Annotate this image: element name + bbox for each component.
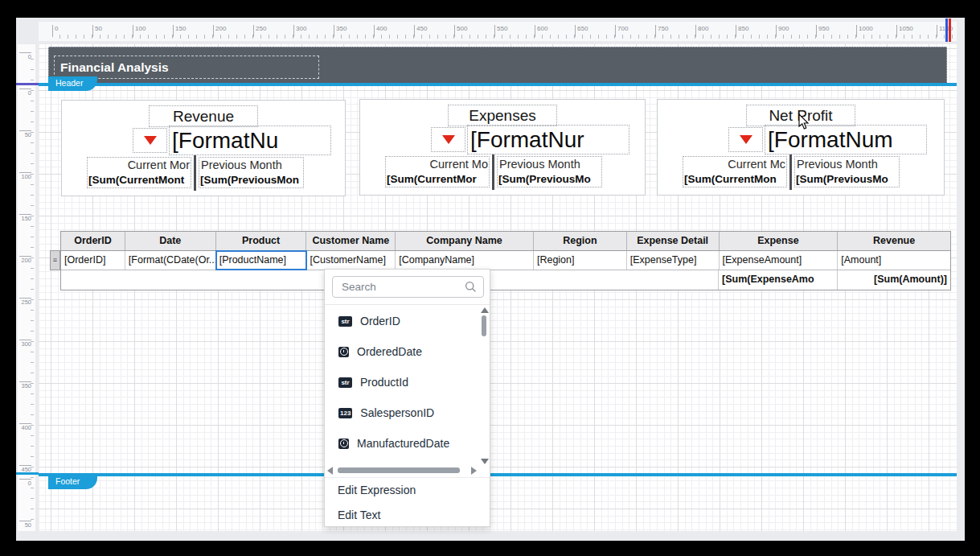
dropdown-divider bbox=[325, 304, 490, 305]
table-cell-expense-sum[interactable]: [Sum(ExpenseAmo bbox=[719, 270, 838, 290]
header-section-tab[interactable]: Header bbox=[48, 76, 97, 91]
table-cell-revenue-sum[interactable]: [Sum(Amount)] bbox=[838, 270, 950, 290]
column-header[interactable]: Revenue bbox=[838, 232, 950, 250]
kpi-panel-revenue[interactable]: Revenue [FormatNu Current Mor [Sum(Curre… bbox=[61, 100, 346, 196]
ruler-label: 850 bbox=[736, 25, 748, 37]
string-type-icon: str bbox=[338, 316, 352, 327]
page-header-band[interactable]: Financial Analysis bbox=[48, 47, 947, 84]
horizontal-scroll-thumb[interactable] bbox=[338, 467, 460, 473]
previous-month-label: Previous Month bbox=[199, 158, 303, 173]
string-type-icon: str bbox=[338, 377, 352, 388]
down-arrow-icon bbox=[740, 135, 752, 144]
ruler-label: 400 bbox=[374, 25, 387, 37]
kpi-current-month-box[interactable]: Current Mc [Sum(CurrentMon bbox=[683, 156, 787, 187]
field-label: OrderID bbox=[360, 315, 400, 327]
kpi-panel-expenses[interactable]: Expenses [FormatNur Current Mo [Sum(Curr… bbox=[359, 99, 646, 196]
datetime-type-icon bbox=[338, 439, 349, 449]
ruler-label: 800 bbox=[695, 25, 708, 37]
search-input[interactable] bbox=[332, 276, 484, 298]
ruler-page-width-marker-red bbox=[949, 19, 951, 42]
ruler-label: 1000 bbox=[856, 25, 873, 37]
horizontal-scrollbar[interactable] bbox=[327, 465, 483, 476]
ruler-label: 550 bbox=[494, 25, 507, 37]
field-picker-dropdown: str OrderID OrderedDate str ProductId 12… bbox=[324, 269, 490, 527]
kpi-title-textbox[interactable]: Revenue bbox=[149, 105, 258, 127]
scroll-right-icon[interactable] bbox=[471, 467, 477, 475]
scroll-down-icon[interactable] bbox=[481, 459, 489, 464]
column-header[interactable]: Company Name bbox=[396, 232, 534, 250]
report-title-textbox[interactable]: Financial Analysis bbox=[54, 56, 319, 79]
current-month-value: [Sum(CurrentMor bbox=[386, 172, 489, 187]
table-cell[interactable]: [OrderID] bbox=[61, 251, 125, 270]
table-summary-row: [Sum(ExpenseAmo [Sum(Amount)] bbox=[61, 270, 950, 290]
down-arrow-icon bbox=[442, 135, 455, 144]
field-item-productid[interactable]: str ProductId bbox=[325, 367, 490, 397]
previous-month-value: [Sum(PreviousMo bbox=[795, 172, 899, 187]
field-item-salespersonid[interactable]: 123 SalespersonID bbox=[325, 397, 490, 428]
table-cell-selected[interactable]: [ProductName] bbox=[216, 251, 307, 270]
menu-item-edit-text[interactable]: Edit Text bbox=[325, 503, 490, 528]
column-header[interactable]: Product bbox=[216, 232, 307, 250]
field-item-ordereddate[interactable]: OrderedDate bbox=[325, 336, 490, 367]
current-month-value: [Sum(CurrentMont bbox=[88, 173, 191, 187]
table-cell[interactable]: [Amount] bbox=[838, 251, 950, 270]
scroll-up-icon[interactable] bbox=[481, 307, 489, 313]
column-header[interactable]: Expense bbox=[720, 232, 839, 250]
column-header[interactable]: OrderID bbox=[61, 232, 125, 250]
column-header[interactable]: Customer Name bbox=[306, 232, 396, 250]
vertical-ruler-footer-segment: 050 bbox=[18, 44, 35, 531]
kpi-value-textbox[interactable]: [FormatNu bbox=[169, 126, 331, 155]
menu-item-edit-expression[interactable]: Edit Expression bbox=[325, 478, 490, 503]
ruler-label: 250 bbox=[253, 25, 266, 37]
search-box bbox=[332, 276, 484, 298]
ruler-footer-boundary-marker bbox=[16, 472, 39, 475]
kpi-previous-month-box[interactable]: Previous Month [Sum(PreviousMo bbox=[794, 156, 900, 187]
kpi-title-textbox[interactable]: Expenses bbox=[448, 105, 557, 126]
mouse-cursor bbox=[798, 113, 810, 130]
kpi-divider bbox=[789, 154, 792, 190]
column-header[interactable]: Expense Detail bbox=[627, 232, 720, 250]
report-designer-window: 0501001502002503003504004505005506006507… bbox=[0, 0, 980, 556]
ruler-label: 650 bbox=[575, 25, 588, 37]
table-row-handle[interactable]: ≡ bbox=[50, 250, 60, 270]
field-label: ManufacturedDate bbox=[357, 437, 449, 450]
kpi-previous-month-box[interactable]: Previous Month [Sum(PreviousMon bbox=[199, 157, 304, 188]
kpi-previous-month-box[interactable]: Previous Month [Sum(PreviousMo bbox=[497, 156, 602, 187]
ruler-label: 0 bbox=[19, 479, 31, 486]
field-label: SalespersonID bbox=[360, 406, 434, 419]
scroll-left-icon[interactable] bbox=[327, 467, 333, 475]
table-cell[interactable]: [ExpenseAmount] bbox=[720, 251, 839, 270]
data-table[interactable]: OrderID Date Product Customer Name Compa… bbox=[60, 231, 951, 290]
field-item-orderid[interactable]: str OrderID bbox=[325, 306, 490, 336]
column-header[interactable]: Region bbox=[534, 232, 627, 250]
vertical-scrollbar[interactable] bbox=[480, 307, 488, 464]
table-cell[interactable]: [ExpenseType] bbox=[627, 251, 720, 270]
ruler-label: 700 bbox=[615, 25, 628, 37]
ruler-header-boundary-marker bbox=[16, 83, 39, 85]
ruler-label: 50 bbox=[19, 521, 31, 528]
ruler-label: 150 bbox=[173, 25, 186, 37]
table-cell[interactable]: [CustomerName] bbox=[306, 251, 396, 270]
kpi-current-month-box[interactable]: Current Mor [Sum(CurrentMont bbox=[87, 157, 191, 188]
column-header[interactable]: Date bbox=[125, 232, 216, 250]
table-cell[interactable]: [Format(CDate(Or...] bbox=[125, 251, 216, 270]
dropdown-menu: Edit Expression Edit Text bbox=[325, 478, 490, 528]
footer-section-divider bbox=[39, 473, 957, 476]
horizontal-ruler: 0501001502002503003504004505005506006507… bbox=[39, 22, 957, 41]
footer-section-tab[interactable]: Footer bbox=[48, 474, 97, 489]
table-cell[interactable]: [Region] bbox=[534, 251, 627, 270]
kpi-indicator-box[interactable] bbox=[133, 128, 167, 153]
kpi-current-month-box[interactable]: Current Mo [Sum(CurrentMor bbox=[385, 156, 490, 187]
kpi-indicator-box[interactable] bbox=[728, 127, 763, 152]
kpi-value-textbox[interactable]: [FormatNur bbox=[467, 125, 629, 154]
ruler-label: 100 bbox=[133, 25, 146, 37]
kpi-indicator-box[interactable] bbox=[431, 127, 465, 152]
ruler-label: 50 bbox=[92, 25, 102, 37]
vertical-scroll-thumb[interactable] bbox=[482, 315, 486, 336]
header-section-divider bbox=[39, 83, 957, 86]
ruler-label: 1050 bbox=[896, 25, 913, 37]
table-cell[interactable]: [CompanyName] bbox=[396, 251, 534, 270]
kpi-value-textbox[interactable]: [FormatNum bbox=[765, 125, 927, 154]
table-data-row: [OrderID] [Format(CDate(Or...] [ProductN… bbox=[61, 251, 950, 270]
field-item-manufactureddate[interactable]: ManufacturedDate bbox=[325, 428, 490, 459]
